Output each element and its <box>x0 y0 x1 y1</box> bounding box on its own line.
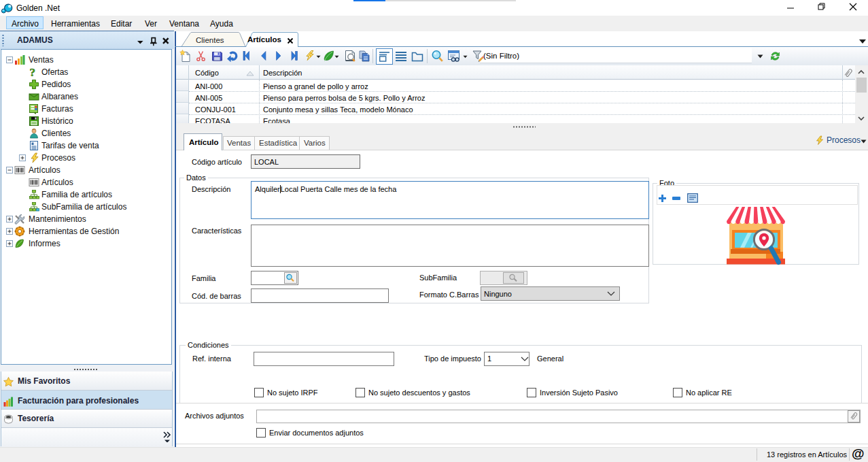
svg-text:?: ? <box>30 67 36 78</box>
